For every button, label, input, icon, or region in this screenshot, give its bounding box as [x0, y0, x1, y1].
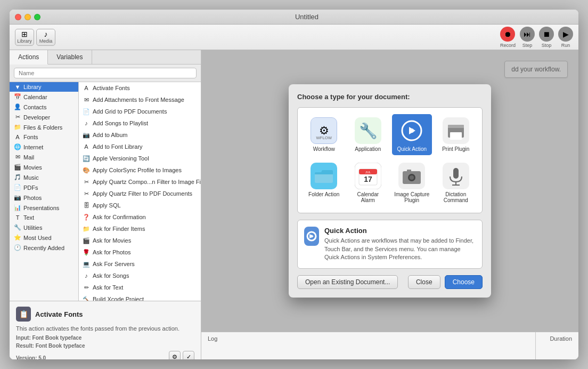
step-button[interactable]: ⏭ — [520, 27, 535, 42]
library-label: Library — [17, 38, 32, 44]
action-add-album[interactable]: 📷 Add to Album — [79, 129, 201, 141]
workflow-icon: ⚙ WFLOW — [311, 117, 337, 144]
mail-label: Mail — [23, 154, 34, 161]
svg-point-29 — [311, 235, 313, 238]
most-used-label: Most Used — [23, 235, 52, 241]
tree-item-mail[interactable]: ✉ Mail — [10, 152, 78, 162]
action-ask-finder[interactable]: 📁 Ask for Finder Items — [79, 223, 201, 235]
run-btn-group: ▶ Run — [558, 27, 573, 48]
action-ask-photos[interactable]: 🌹 Ask for Photos — [79, 246, 201, 258]
tree-item-internet[interactable]: 🌐 Internet — [10, 142, 78, 152]
run-button[interactable]: ▶ — [558, 27, 573, 42]
pdfs-icon: 📄 — [14, 184, 21, 191]
bottom-panel: 📋 Activate Fonts This action activates t… — [10, 301, 201, 359]
tree-item-music[interactable]: 🎵 Music — [10, 172, 78, 182]
tab-actions[interactable]: Actions — [10, 50, 48, 65]
doc-type-image-capture[interactable]: Image Capture Plugin — [392, 159, 432, 206]
media-button[interactable]: ♪ Media — [36, 29, 55, 46]
music-label: Music — [23, 174, 39, 181]
tree-item-pdfs[interactable]: 📄 PDFs — [10, 182, 78, 192]
doc-type-calendar[interactable]: 17 JUL Calendar Alarm — [348, 159, 388, 206]
search-input[interactable] — [14, 68, 197, 78]
application-label: Application — [355, 146, 381, 152]
add-attachments-icon: ✉ — [82, 95, 91, 104]
toolbar: ⊞ Library ♪ Media ⏺ Record ⏭ Step ⏹ Stop — [10, 25, 578, 50]
action-add-grid[interactable]: 📄 Add Grid to PDF Documents — [79, 106, 201, 117]
choose-button[interactable]: Choose — [445, 275, 483, 289]
tree-item-contacts[interactable]: 👤 Contacts — [10, 102, 78, 112]
action-add-font-library[interactable]: A Add to Font Library — [79, 141, 201, 153]
tree-item-presentations[interactable]: 📊 Presentations — [10, 203, 78, 213]
close-button[interactable] — [15, 14, 21, 20]
svg-rect-24 — [453, 168, 459, 179]
tree-item-recently-added[interactable]: 🕐 Recently Added — [10, 243, 78, 253]
action-ask-songs[interactable]: ♪ Ask for Songs — [79, 270, 201, 282]
open-existing-button[interactable]: Open an Existing Document... — [297, 275, 398, 289]
tab-variables[interactable]: Variables — [48, 50, 92, 64]
minimize-button[interactable] — [24, 14, 31, 20]
close-modal-button[interactable]: Close — [408, 275, 440, 289]
tree-item-files[interactable]: 📁 Files & Folders — [10, 122, 78, 132]
doc-type-dictation[interactable]: Dictation Command — [436, 159, 476, 206]
svg-rect-11 — [448, 125, 464, 128]
ask-text-icon: ✏ — [82, 283, 91, 292]
files-icon: 📁 — [14, 124, 21, 131]
svg-text:JUL: JUL — [365, 171, 371, 174]
record-button[interactable]: ⏺ — [500, 27, 515, 42]
action-apply-colorsync[interactable]: 🎨 Apply ColorSync Profile to Images — [79, 164, 201, 176]
modal-body: Choose a type for your document: ⚙ WFLOW — [289, 84, 491, 297]
action-activate-fonts[interactable]: A Activate Fonts — [79, 82, 201, 94]
doc-type-workflow[interactable]: ⚙ WFLOW Workflow — [304, 114, 344, 155]
action-add-attachments[interactable]: ✉ Add Attachments to Front Message — [79, 94, 201, 106]
action-ask-servers[interactable]: 💻 Ask For Servers — [79, 258, 201, 270]
library-tree-label: Library — [23, 84, 42, 90]
action-ask-movies[interactable]: 🎬 Ask for Movies — [79, 235, 201, 246]
calendar-alarm-label: Calendar Alarm — [350, 191, 386, 203]
add-songs-icon: ♪ — [82, 119, 91, 127]
doc-type-folder-action[interactable]: Folder Action — [304, 159, 344, 206]
info-desc: Quick Actions are workflows that may be … — [324, 237, 476, 261]
info-title: Quick Action — [324, 227, 476, 235]
result-value: Font Book typeface — [36, 343, 85, 349]
doc-type-print-plugin[interactable]: Print Plugin — [436, 114, 476, 155]
record-label: Record — [500, 43, 516, 48]
tree-item-library[interactable]: ▼ Library — [10, 82, 78, 92]
maximize-button[interactable] — [34, 14, 40, 20]
add-grid-icon: 📄 — [82, 107, 91, 116]
toolbar-right: ⏺ Record ⏭ Step ⏹ Stop ▶ Run — [500, 27, 573, 48]
tree-item-movies[interactable]: 🎬 Movies — [10, 162, 78, 172]
fonts-label: Fonts — [23, 134, 38, 140]
sidebar-tree: ▼ Library 📅 Calendar 👤 Contacts ✂ Develo… — [10, 82, 79, 301]
tree-item-utilities[interactable]: 🔧 Utilities — [10, 222, 78, 232]
action-apply-quartz-comp[interactable]: ✂ Apply Quartz Compo...n Filter to Image… — [79, 176, 201, 188]
stop-button[interactable]: ⏹ — [539, 27, 554, 42]
sidebar-content: ▼ Library 📅 Calendar 👤 Contacts ✂ Develo… — [10, 82, 201, 301]
panel-title: Activate Fonts — [35, 310, 83, 318]
ask-movies-icon: 🎬 — [82, 236, 91, 245]
tree-item-most-used[interactable]: ⭐ Most Used — [10, 232, 78, 243]
doc-type-quick-action[interactable]: Quick Action — [392, 114, 432, 155]
tree-item-developer[interactable]: ✂ Developer — [10, 112, 78, 122]
action-apply-quartz-pdf[interactable]: ✂ Apply Quartz Filter to PDF Documents — [79, 188, 201, 199]
action-apple-versioning[interactable]: 🔄 Apple Versioning Tool — [79, 153, 201, 164]
action-apply-sql[interactable]: 🗄 Apply SQL — [79, 199, 201, 211]
info-gear-icon — [304, 227, 319, 246]
image-capture-icon — [398, 163, 425, 189]
doc-type-application[interactable]: 🔧 Application — [348, 114, 388, 155]
action-ask-text[interactable]: ✏ Ask for Text — [79, 282, 201, 293]
window-title: Untitled — [40, 13, 573, 21]
library-button[interactable]: ⊞ Library — [15, 29, 34, 46]
action-build-xcode[interactable]: 🔨 Build Xcode Project — [79, 293, 201, 301]
action-ask-confirmation[interactable]: ❓ Ask for Confirmation — [79, 211, 201, 223]
check-button[interactable]: ✓ — [183, 351, 194, 359]
modal-info: Quick Action Quick Actions are workflows… — [297, 220, 483, 268]
contacts-label: Contacts — [23, 104, 46, 110]
tree-item-calendar[interactable]: 📅 Calendar — [10, 92, 78, 102]
tree-item-photos[interactable]: 📷 Photos — [10, 192, 78, 203]
tree-item-text[interactable]: T Text — [10, 213, 78, 222]
toolbar-left: ⊞ Library ♪ Media — [15, 29, 55, 46]
action-add-songs[interactable]: ♪ Add Songs to Playlist — [79, 117, 201, 129]
tree-item-fonts[interactable]: A Fonts — [10, 132, 78, 142]
gear-button[interactable]: ⚙ — [169, 351, 181, 359]
panel-desc: This action activates the fonts passed f… — [16, 325, 194, 333]
